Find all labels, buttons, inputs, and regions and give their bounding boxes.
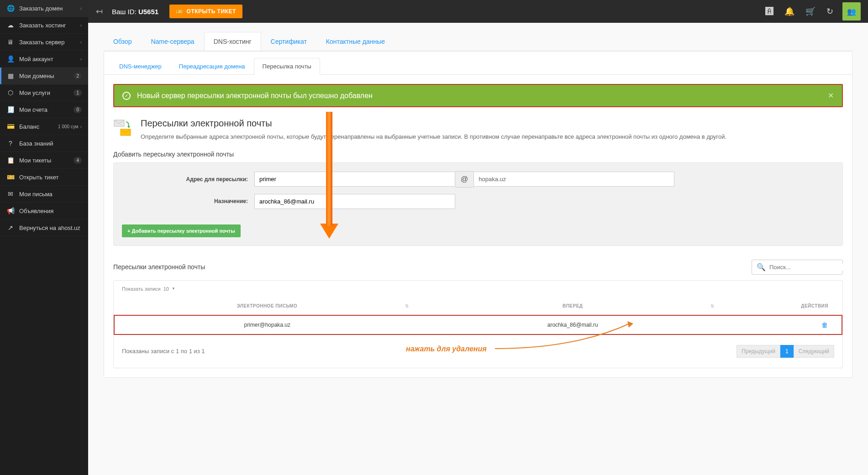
badge: 0	[74, 106, 82, 113]
pag-prev[interactable]: Предыдущий	[736, 345, 780, 358]
chevron-right-icon: ›	[80, 6, 82, 11]
sort-icon: ⇅	[405, 303, 409, 308]
sidebar-item-label: Мои счета	[19, 106, 72, 113]
forward-address-input[interactable]	[254, 172, 455, 187]
sidebar-icon: ✉	[6, 190, 15, 198]
chevron-down-icon: ▼	[172, 287, 175, 291]
search-input[interactable]	[769, 264, 846, 271]
domain-input[interactable]	[473, 172, 674, 187]
sidebar-item-label: Баланс	[19, 123, 58, 130]
sidebar-collapse-button[interactable]: ↤	[96, 6, 103, 16]
pagination: Предыдущий 1 Следующий	[736, 345, 834, 358]
search-box[interactable]: 🔍	[752, 260, 843, 275]
sidebar-item-11[interactable]: ✉Мои письма	[0, 186, 88, 203]
sidebar-item-5[interactable]: ⬡Мои услуги1	[0, 84, 88, 101]
sidebar-item-0[interactable]: 🌐Заказать домен›	[0, 0, 88, 17]
primary-tab-0[interactable]: Обзор	[104, 32, 141, 51]
close-icon[interactable]: ✕	[828, 91, 834, 100]
sidebar-icon: 🧾	[6, 106, 15, 113]
sidebar-icon: 📢	[6, 207, 15, 214]
delete-button[interactable]: 🗑	[821, 321, 828, 329]
section-title: Пересылки электронной почты	[141, 118, 726, 129]
table-row: primer@hopaka.uz arochka_86@mail.ru 🗑	[114, 315, 842, 334]
address-label: Адрес для пересылки:	[122, 176, 254, 183]
sidebar-item-label: База знаний	[19, 140, 82, 147]
sidebar-item-8[interactable]: ?База знаний	[0, 135, 88, 152]
sidebar-icon: ⬡	[6, 89, 15, 96]
badge: 1	[74, 89, 82, 96]
sidebar-item-label: Заказать сервер	[19, 39, 80, 46]
sidebar-item-label: Мои тикеты	[19, 157, 72, 164]
sidebar-item-2[interactable]: 🖥Заказать сервер›	[0, 34, 88, 51]
refresh-icon[interactable]: ↻	[826, 6, 833, 16]
sidebar-item-label: Вернуться на ahost.uz	[19, 224, 82, 231]
ticket-icon: 🎫	[176, 8, 183, 15]
sidebar-item-4[interactable]: ▦Мои домены2	[0, 68, 88, 84]
sidebar: 🌐Заказать домен›☁Заказать хостинг›🖥Заказ…	[0, 0, 88, 475]
primary-tab-1[interactable]: Name-сервера	[141, 32, 204, 51]
sidebar-item-13[interactable]: ↗Вернуться на ahost.uz	[0, 219, 88, 236]
sidebar-item-3[interactable]: 👤Мой аккаунт›	[0, 51, 88, 68]
at-symbol: @	[455, 171, 473, 188]
user-id-display: Ваш ID: U5651	[112, 8, 158, 16]
user-icon: 👥	[847, 7, 856, 16]
sidebar-icon: 📋	[6, 157, 15, 164]
chevron-right-icon: ›	[80, 57, 82, 62]
add-forward-button[interactable]: + Добавить пересылку электронной почты	[122, 224, 241, 237]
sidebar-icon: 🌐	[6, 5, 15, 12]
secondary-tab-2[interactable]: Пересылка почты	[254, 58, 320, 75]
cell-forward: arochka_86@mail.ru	[420, 315, 725, 334]
plus-icon: +	[127, 228, 130, 234]
sidebar-icon: 💳	[6, 123, 15, 130]
list-title: Пересылки электронной почты	[113, 263, 205, 271]
sort-icon: ⇅	[710, 303, 715, 308]
sidebar-item-6[interactable]: 🧾Мои счета0	[0, 101, 88, 118]
destination-input[interactable]	[254, 194, 455, 209]
svg-marker-1	[127, 126, 130, 128]
col-email[interactable]: ЭЛЕКТРОННОЕ ПИСЬМО	[237, 303, 297, 308]
sidebar-item-9[interactable]: 📋Мои тикеты4	[0, 152, 88, 169]
records-info: Показаны записи с 1 по 1 из 1	[122, 348, 205, 355]
sidebar-item-label: Заказать хостинг	[19, 22, 80, 29]
sidebar-icon: 🖥	[6, 38, 15, 46]
primary-tab-2[interactable]: DNS-хостинг	[204, 32, 261, 51]
success-alert: ✓ Новый сервер пересылки электронной поч…	[113, 84, 843, 107]
cart-icon[interactable]: 🛒	[805, 6, 815, 16]
sidebar-item-10[interactable]: 🎫Открыть тикет	[0, 169, 88, 186]
delete-annotation: нажать для удаления	[406, 345, 487, 353]
sidebar-item-1[interactable]: ☁Заказать хостинг›	[0, 17, 88, 34]
secondary-tab-0[interactable]: DNS-менеджер	[110, 58, 170, 74]
forwards-table: ЭЛЕКТРОННОЕ ПИСЬМО⇅ ВПЕРЕД⇅ ДЕЙСТВИЯ pri…	[114, 297, 842, 335]
sidebar-item-label: Мои услуги	[19, 89, 72, 96]
secondary-tab-1[interactable]: Переадресация домена	[170, 58, 254, 74]
sidebar-item-12[interactable]: 📢Объявления	[0, 203, 88, 219]
language-icon[interactable]: 🅰	[765, 7, 773, 16]
balance-value: 1 000 сум	[58, 124, 79, 129]
sidebar-icon: 👤	[6, 55, 15, 63]
chevron-right-icon: ›	[80, 40, 82, 45]
primary-tabs: ОбзорName-сервераDNS-хостингСертификатКо…	[104, 32, 852, 51]
sidebar-item-7[interactable]: 💳Баланс1 000 сум›	[0, 118, 88, 135]
sidebar-icon: ☁	[6, 21, 15, 29]
cell-email: primer@hopaka.uz	[114, 315, 420, 334]
pag-next[interactable]: Следующий	[794, 345, 834, 358]
primary-tab-4[interactable]: Контактные данные	[316, 32, 395, 51]
search-icon: 🔍	[757, 263, 766, 271]
col-forward[interactable]: ВПЕРЕД	[563, 303, 583, 308]
open-ticket-button[interactable]: 🎫 ОТКРЫТЬ ТИКЕТ	[169, 5, 242, 18]
primary-tab-3[interactable]: Сертификат	[261, 32, 316, 51]
pag-page-1[interactable]: 1	[780, 345, 794, 358]
badge: 2	[74, 73, 82, 79]
bell-icon[interactable]: 🔔	[784, 6, 794, 16]
sidebar-item-label: Заказать домен	[19, 5, 80, 12]
sidebar-item-label: Мои письма	[19, 191, 82, 198]
section-header: Пересылки электронной почты Определите в…	[113, 118, 843, 141]
badge: 4	[74, 157, 82, 164]
table-page-size[interactable]: Показать записи 10 ▼	[114, 281, 842, 297]
user-menu-button[interactable]: 👥	[842, 2, 861, 21]
add-forward-form: Адрес для пересылки: @ Назначение:	[113, 162, 843, 246]
alert-message: Новый сервер пересылки электронной почты…	[137, 92, 373, 100]
section-description: Определите выбранные адреса электронной …	[141, 132, 726, 141]
sidebar-icon: ?	[6, 140, 15, 147]
secondary-tabs: DNS-менеджерПереадресация доменаПересылк…	[104, 52, 852, 75]
